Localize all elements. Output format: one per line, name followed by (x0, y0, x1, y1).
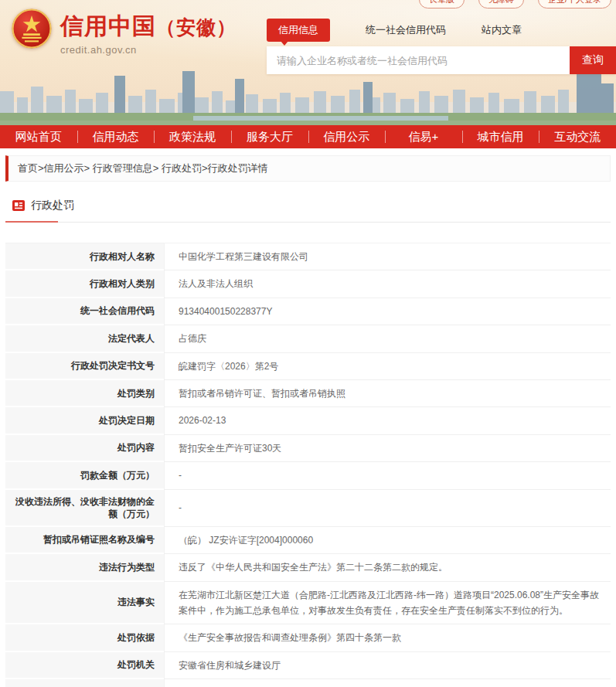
row-label: 没收违法所得、没收非法财物的金额（万元） (5, 490, 164, 527)
table-row: 违法事实 在芜湖市江北新区楚江大道（合肥路-江北西路及江北西路-纬一路）道路项目… (5, 582, 611, 625)
topbar-pill-button[interactable]: 长辈版 (419, 0, 465, 9)
row-value: 暂扣安全生产许可证30天 (164, 435, 611, 462)
penalty-detail-table: 行政相对人名称 中国化学工程第三建设有限公司 行政相对人类别 法人及非法人组织 … (5, 243, 611, 687)
row-value: - (164, 462, 611, 489)
table-row: 统一社会信用代码 91340400150228377Y (5, 298, 611, 325)
table-row: 违法行为类型 违反了《中华人民共和国安全生产法》第二十二条第二款的规定。 (5, 554, 611, 581)
table-row: 没收违法所得、没收非法财物的金额（万元） - (5, 490, 611, 527)
row-label: 处罚机关 (5, 652, 164, 679)
site-header: 信用中国 （安徽） credit.ah.gov.cn 长辈版 无障碍 企业/个人… (0, 0, 616, 125)
document-list-icon (12, 199, 25, 212)
nav-item[interactable]: 信用动态 (77, 125, 155, 148)
search-tab[interactable]: 信用信息 (267, 19, 330, 42)
row-label: 暂扣或吊销证照名称及编号 (5, 527, 164, 554)
table-row: 处罚内容 暂扣安全生产许可证30天 (5, 435, 611, 462)
row-label: 法定代表人 (5, 325, 164, 352)
table-row: 行政处罚决定书文号 皖建罚字〈2026〉第2号 (5, 353, 611, 380)
table-row: 暂扣或吊销证照名称及编号 （皖） JZ安许证字[2004]000060 (5, 527, 611, 554)
section-divider (5, 221, 611, 223)
row-label: 行政相对人类别 (5, 270, 164, 298)
table-row: 处罚依据 《生产安全事故报告和调查处理条例》第四十条第一款 (5, 624, 611, 651)
table-row: 处罚机关统一社会信用代码 11340000MB0T3248X7 (5, 679, 611, 687)
row-value: 皖建罚字〈2026〉第2号 (164, 353, 611, 380)
site-title-main: 信用中国 (60, 11, 156, 43)
table-row: 罚款金额（万元） - (5, 462, 611, 489)
row-label: 违法行为类型 (5, 554, 164, 581)
main-nav: 网站首页 信用动态 政策法规 服务大厅 信用公示 信易+ 城市信用 互动交流 (0, 125, 616, 148)
nav-item[interactable]: 信用公示 (308, 125, 386, 148)
search-input[interactable] (267, 46, 570, 74)
row-label: 处罚内容 (5, 435, 164, 462)
topbar-pill-button[interactable]: 无障碍 (478, 0, 524, 9)
row-value: （皖） JZ安许证字[2004]000060 (164, 527, 611, 554)
site-domain: credit.ah.gov.cn (60, 44, 237, 56)
breadcrumb[interactable]: 首页>信用公示> 行政管理信息> 行政处罚>行政处罚详情 (5, 155, 611, 182)
nav-item[interactable]: 城市信用 (462, 125, 539, 148)
row-label: 行政处罚决定书文号 (5, 353, 164, 380)
table-row: 处罚机关 安徽省住房和城乡建设厅 (5, 652, 611, 679)
nav-item[interactable]: 政策法规 (154, 125, 231, 148)
topbar-pills: 长辈版 无障碍 企业/个人登录 (419, 0, 611, 9)
topbar-pill-button[interactable]: 企业/个人登录 (538, 0, 611, 9)
row-value: 《生产安全事故报告和调查处理条例》第四十条第一款 (164, 624, 611, 651)
row-label: 处罚机关统一社会信用代码 (5, 679, 164, 687)
page-content: 首页>信用公示> 行政管理信息> 行政处罚>行政处罚详情 行政处罚 行政相对人名… (0, 155, 616, 687)
row-value: 暂扣或者吊销许可证、暂扣或者吊销执照 (164, 380, 611, 407)
search-button[interactable]: 查询 (570, 46, 616, 74)
site-logo[interactable]: 信用中国 （安徽） credit.ah.gov.cn (11, 8, 237, 56)
row-label: 统一社会信用代码 (5, 298, 164, 325)
site-title: 信用中国 （安徽） (60, 11, 237, 43)
row-label: 处罚类别 (5, 380, 164, 407)
nav-item[interactable]: 网站首页 (0, 125, 77, 148)
row-value: 2026-02-13 (164, 407, 611, 434)
table-row: 行政相对人名称 中国化学工程第三建设有限公司 (5, 243, 611, 270)
nav-item[interactable]: 互动交流 (539, 125, 616, 148)
row-label: 行政相对人名称 (5, 243, 164, 270)
row-value: 11340000MB0T3248X7 (164, 679, 611, 687)
table-row: 法定代表人 占德庆 (5, 325, 611, 352)
penalty-table-body: 行政相对人名称 中国化学工程第三建设有限公司 行政相对人类别 法人及非法人组织 … (5, 243, 611, 687)
nav-item[interactable]: 服务大厅 (231, 125, 308, 148)
row-value: 占德庆 (164, 325, 611, 352)
city-skyline-image (0, 70, 616, 125)
search-tab[interactable]: 统一社会信用代码 (366, 19, 446, 42)
row-value: 安徽省住房和城乡建设厅 (164, 652, 611, 679)
nav-item[interactable]: 信易+ (385, 125, 462, 148)
row-label: 罚款金额（万元） (5, 462, 164, 489)
search-tabs: 信用信息 统一社会信用代码 站内文章 (267, 19, 616, 42)
national-emblem-icon (11, 8, 53, 49)
section-header: 行政处罚 (5, 199, 611, 213)
row-value: 法人及非法人组织 (164, 270, 611, 298)
table-row: 行政相对人类别 法人及非法人组织 (5, 270, 611, 298)
search-box: 查询 (267, 46, 616, 74)
row-label: 违法事实 (5, 582, 164, 625)
row-value: - (164, 490, 611, 527)
search-tab[interactable]: 站内文章 (482, 19, 522, 42)
row-value: 91340400150228377Y (164, 298, 611, 325)
site-title-region: （安徽） (156, 15, 237, 40)
row-value: 在芜湖市江北新区楚江大道（合肥路-江北西路及江北西路-纬一路）道路项目“2025… (164, 582, 611, 625)
search-area: 信用信息 统一社会信用代码 站内文章 查询 (267, 19, 616, 74)
table-row: 处罚类别 暂扣或者吊销许可证、暂扣或者吊销执照 (5, 380, 611, 407)
row-value: 中国化学工程第三建设有限公司 (164, 243, 611, 270)
row-value: 违反了《中华人民共和国安全生产法》第二十二条第二款的规定。 (164, 554, 611, 581)
table-row: 处罚决定日期 2026-02-13 (5, 407, 611, 434)
row-label: 处罚依据 (5, 624, 164, 651)
section-title: 行政处罚 (31, 199, 74, 213)
row-label: 处罚决定日期 (5, 407, 164, 434)
